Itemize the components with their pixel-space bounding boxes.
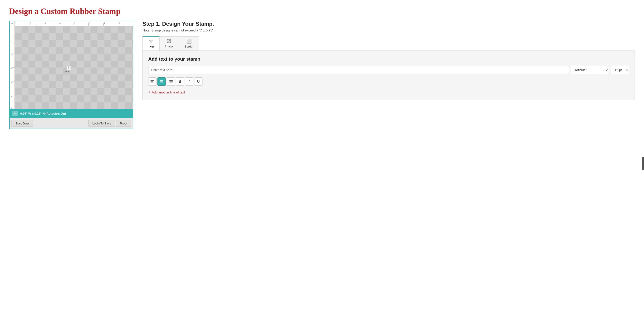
svg-text:6: 6 — [89, 22, 90, 24]
svg-text:3: 3 — [44, 22, 46, 24]
canvas-wrapper: 0 1 2 3 4 5 6 — [9, 21, 133, 129]
stamp-element[interactable]: 0.25" — [67, 66, 71, 70]
canvas-body: 1 2 3 4 5 6 — [10, 26, 133, 109]
main-layout: 0 1 2 3 4 5 6 — [9, 21, 635, 129]
border-tab-icon: ⬜ — [187, 39, 192, 44]
ruler-top: 1 2 3 4 5 6 7 8 — [15, 21, 133, 26]
canvas-buttons: Start Over Login To Save Proof — [10, 118, 133, 129]
svg-text:3: 3 — [11, 68, 13, 69]
right-panel: Step 1. Design Your Stamp. Note: Stamp d… — [142, 21, 635, 100]
tab-text-label: Text — [148, 45, 154, 49]
add-line-label: Add another line of text — [152, 90, 185, 94]
add-line-icon: + — [148, 90, 150, 94]
ruler-left: 1 2 3 4 5 6 — [10, 26, 15, 109]
underline-button[interactable]: U — [194, 77, 202, 86]
text-controls-row: Articulat Arial Times New Roman Courier … — [148, 66, 629, 74]
align-right-button[interactable] — [167, 77, 175, 86]
tab-border[interactable]: ⬜ Border — [179, 36, 199, 50]
ruler-row: 0 1 2 3 4 5 6 — [10, 21, 133, 26]
tab-image[interactable]: 🖼 Image — [159, 36, 179, 50]
tab-border-label: Border — [184, 45, 194, 48]
svg-text:4: 4 — [11, 82, 13, 83]
svg-text:7: 7 — [104, 22, 105, 24]
canvas-size-info: 0.25" W x 0.25" H (Autosize: On) — [20, 112, 66, 115]
size-select[interactable]: 8 pt 10 pt 12 pt 14 pt 16 pt — [611, 66, 629, 74]
svg-text:4: 4 — [59, 22, 60, 24]
svg-text:1: 1 — [11, 41, 13, 42]
svg-text:1: 1 — [15, 22, 16, 24]
right-buttons: Login To Save Proof — [88, 120, 131, 127]
svg-text:5: 5 — [74, 22, 76, 24]
svg-text:2: 2 — [11, 54, 13, 55]
format-buttons-row: B I U — [148, 77, 629, 86]
text-tab-icon: T — [150, 39, 152, 44]
image-tab-icon: 🖼 — [167, 39, 171, 44]
step-title: Step 1. Design Your Stamp. — [142, 21, 635, 27]
canvas-footer: ✏ 0.25" W x 0.25" H (Autosize: On) — [10, 109, 133, 118]
tab-text[interactable]: T Text — [142, 36, 160, 50]
svg-text:8: 8 — [118, 22, 120, 24]
font-select[interactable]: Articulat Arial Times New Roman Courier … — [571, 66, 609, 74]
stamp-label: 0.25" — [66, 70, 70, 73]
italic-button[interactable]: I — [185, 77, 193, 86]
page-title: Design a Custom Rubber Stamp — [9, 7, 635, 16]
add-line-button[interactable]: + Add another line of text — [148, 90, 185, 94]
tool-panel: Add text to your stamp Articulat Arial T… — [142, 51, 635, 100]
tabs-row: T Text 🖼 Image ⬜ Border — [142, 36, 635, 51]
pencil-icon: ✏ — [12, 111, 18, 116]
align-center-button[interactable] — [158, 77, 166, 86]
tool-panel-title: Add text to your stamp — [148, 56, 629, 62]
stamp-size-vertical: 0.25" — [68, 66, 70, 70]
step-note: Note: Stamp designs cannot exceed 7.5" x… — [142, 28, 635, 32]
login-to-save-button[interactable]: Login To Save — [88, 120, 115, 127]
ruler-zero: 0 — [12, 22, 13, 25]
start-over-button[interactable]: Start Over — [12, 120, 33, 127]
tab-image-label: Image — [165, 44, 173, 48]
ruler-corner: 0 — [10, 21, 15, 26]
svg-text:2: 2 — [30, 22, 31, 24]
proof-button[interactable]: Proof — [116, 120, 131, 127]
align-left-button[interactable] — [148, 77, 156, 86]
text-input[interactable] — [148, 66, 569, 74]
svg-text:6: 6 — [11, 108, 13, 109]
svg-text:5: 5 — [11, 96, 13, 97]
canvas-grid[interactable]: 0.25" 0.25" — [15, 26, 133, 109]
bold-button[interactable]: B — [176, 77, 184, 86]
